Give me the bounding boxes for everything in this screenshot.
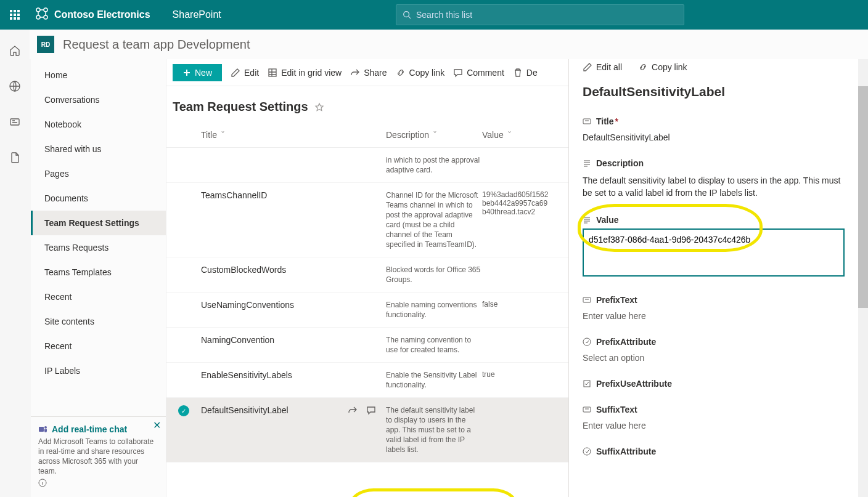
nav-item-site-contents[interactable]: Site contents bbox=[31, 309, 166, 334]
copy-link-button[interactable]: Copy link bbox=[638, 62, 687, 72]
home-icon[interactable] bbox=[5, 41, 25, 60]
row-value: 19%3adad605f1562beb4442a9957ca69b40threa… bbox=[482, 190, 550, 216]
info-icon[interactable] bbox=[38, 479, 47, 487]
field-value-description[interactable]: The default sensitivity label to display… bbox=[583, 174, 845, 199]
row-description: in which to post the approval adaptive c… bbox=[386, 155, 482, 175]
globe-icon[interactable] bbox=[5, 76, 25, 96]
svg-point-0 bbox=[36, 8, 40, 12]
nav-item-pages[interactable]: Pages bbox=[31, 161, 166, 186]
table-row[interactable]: CustomBlockedWordsBlocked words for Offi… bbox=[166, 257, 568, 293]
command-bar: New Edit Edit in grid view Share Copy li… bbox=[166, 59, 568, 86]
field-label-prefixtext: PrefixText bbox=[596, 295, 637, 305]
panel-commands: Edit all Copy link bbox=[569, 59, 858, 75]
plus-icon bbox=[182, 68, 191, 77]
edit-grid-button[interactable]: Edit in grid view bbox=[268, 68, 342, 78]
link-icon bbox=[638, 62, 648, 72]
new-button[interactable]: New bbox=[173, 64, 222, 81]
nav-item-documents[interactable]: Documents bbox=[31, 186, 166, 211]
svg-point-8 bbox=[44, 426, 47, 429]
svg-point-4 bbox=[404, 12, 409, 17]
multiline-icon bbox=[583, 159, 591, 168]
row-value: true bbox=[482, 370, 550, 379]
field-label-prefixuse: PrefixUseAttribute bbox=[596, 379, 672, 389]
files-icon[interactable] bbox=[5, 148, 25, 168]
comment-icon[interactable] bbox=[366, 405, 376, 415]
comment-button[interactable]: Comment bbox=[453, 68, 504, 78]
row-title: CustomBlockedWords bbox=[201, 265, 386, 275]
row-description: The naming convention to use for created… bbox=[386, 335, 482, 355]
news-icon[interactable] bbox=[5, 112, 25, 132]
edit-all-button[interactable]: Edit all bbox=[583, 62, 622, 72]
table-row[interactable]: EnableSensitivityLabelsEnable the Sensit… bbox=[166, 363, 568, 398]
col-description[interactable]: Description˅ bbox=[386, 130, 482, 140]
teams-icon bbox=[38, 424, 48, 434]
table-row[interactable]: in which to post the approval adaptive c… bbox=[166, 148, 568, 183]
nav-item-team-request-settings[interactable]: Team Request Settings bbox=[31, 211, 166, 235]
svg-point-3 bbox=[44, 15, 47, 19]
app-rail bbox=[0, 30, 30, 497]
value-input[interactable] bbox=[583, 228, 845, 277]
col-title[interactable]: Title˅ bbox=[201, 130, 386, 140]
share-icon[interactable] bbox=[348, 405, 358, 415]
link-icon bbox=[396, 68, 406, 78]
field-label-suffixtext: SuffixText bbox=[596, 405, 637, 414]
text-field-icon bbox=[583, 117, 591, 126]
field-value-title[interactable]: DefaultSensitivityLabel bbox=[583, 132, 845, 142]
nav-item-teams-templates[interactable]: Teams Templates bbox=[31, 260, 166, 285]
edit-icon bbox=[583, 62, 592, 72]
edit-button[interactable]: Edit bbox=[231, 68, 259, 78]
nav-footer-body: Add Microsoft Teams to collaborate in re… bbox=[38, 437, 158, 476]
details-panel: Edit all Copy link DefaultSensitivityLab… bbox=[568, 59, 858, 497]
nav-item-ip-labels[interactable]: IP Labels bbox=[31, 358, 166, 383]
field-label-value: Value bbox=[596, 215, 619, 225]
search-input[interactable] bbox=[416, 10, 678, 20]
nav-item-recent[interactable]: Recent bbox=[31, 334, 166, 358]
share-icon bbox=[350, 68, 360, 78]
brand-icon bbox=[35, 6, 49, 23]
nav-item-teams-requests[interactable]: Teams Requests bbox=[31, 235, 166, 260]
nav-item-shared-with-us[interactable]: Shared with us bbox=[31, 137, 166, 161]
row-description: The default sensitivity label to display… bbox=[386, 405, 482, 455]
app-name: SharePoint bbox=[173, 9, 221, 20]
nav-item-notebook[interactable]: Notebook bbox=[31, 112, 166, 137]
panel-heading: DefaultSensitivityLabel bbox=[583, 84, 845, 99]
row-title: TeamsChannelID bbox=[201, 190, 386, 200]
close-icon[interactable]: ✕ bbox=[153, 419, 161, 431]
svg-point-1 bbox=[44, 8, 47, 12]
nav-item-recent[interactable]: Recent bbox=[31, 285, 166, 309]
text-field-icon bbox=[583, 405, 591, 414]
panel-scrollbar[interactable] bbox=[858, 59, 868, 497]
favorite-icon[interactable] bbox=[314, 102, 324, 112]
share-button[interactable]: Share bbox=[350, 68, 387, 78]
row-title: NamingConvention bbox=[201, 335, 386, 345]
text-field-icon bbox=[583, 296, 591, 304]
row-value: false bbox=[482, 300, 550, 309]
nav-footer-title[interactable]: Add real-time chat bbox=[38, 424, 158, 434]
nav-item-home[interactable]: Home bbox=[31, 63, 166, 87]
field-value-prefixtext[interactable]: Enter value here bbox=[583, 311, 845, 321]
field-label-description: Description bbox=[596, 158, 644, 168]
delete-button[interactable]: De bbox=[513, 68, 538, 78]
table-row[interactable]: UseNamingConventionsEnable naming conven… bbox=[166, 293, 568, 328]
table-row[interactable]: NamingConventionThe naming convention to… bbox=[166, 328, 568, 363]
choice-icon bbox=[583, 337, 591, 346]
row-description: Channel ID for the Microsoft Teams chann… bbox=[386, 190, 482, 249]
row-title: EnableSensitivityLabels bbox=[201, 370, 386, 380]
field-value-prefixattr[interactable]: Select an option bbox=[583, 353, 845, 363]
list-title: Team Request Settings bbox=[173, 100, 308, 114]
page-header: RD Request a team app Development bbox=[30, 30, 868, 59]
nav-item-conversations[interactable]: Conversations bbox=[31, 87, 166, 112]
comment-icon bbox=[453, 68, 463, 78]
copy-link-button[interactable]: Copy link bbox=[396, 68, 445, 78]
row-title: UseNamingConventions bbox=[201, 300, 386, 310]
svg-point-2 bbox=[36, 15, 40, 19]
choice-icon bbox=[583, 447, 591, 456]
col-value[interactable]: Value˅ bbox=[482, 130, 550, 140]
table-row[interactable]: ✓DefaultSensitivityLabelThe default sens… bbox=[166, 398, 568, 463]
table-row[interactable]: TeamsChannelIDChannel ID for the Microso… bbox=[166, 183, 568, 257]
brand-name: Contoso Electronics bbox=[54, 9, 150, 20]
search-box[interactable] bbox=[396, 4, 684, 25]
app-launcher-icon[interactable] bbox=[5, 5, 25, 25]
field-value-suffixtext[interactable]: Enter value here bbox=[583, 421, 845, 430]
row-description: Enable naming conventions functionality. bbox=[386, 300, 482, 320]
